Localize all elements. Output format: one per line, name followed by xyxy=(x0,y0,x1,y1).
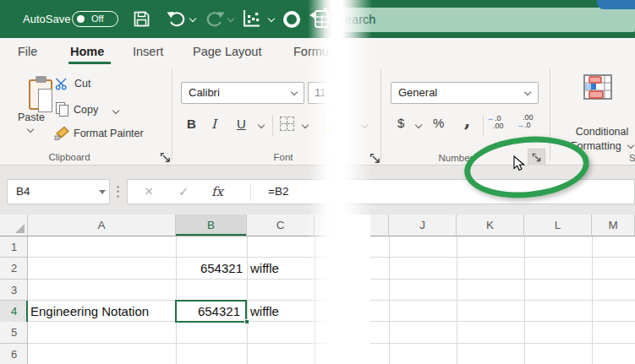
number-format-combo[interactable]: General xyxy=(391,82,539,104)
excel-app-icon[interactable] xyxy=(309,8,331,30)
select-all-triangle xyxy=(15,224,25,233)
row-header-2[interactable]: 2 xyxy=(0,258,28,279)
row-header-6[interactable]: 6 xyxy=(0,344,28,364)
paste-label: Paste xyxy=(12,111,51,123)
decrease-decimal-bottom: .0 xyxy=(524,121,531,129)
conditional-formatting-button[interactable]: Conditional xyxy=(561,126,635,138)
tab-page-layout[interactable]: Page Layout xyxy=(193,38,261,65)
cell-c2[interactable]: wiffle xyxy=(250,258,279,279)
number-format-value: General xyxy=(398,83,437,103)
italic-button[interactable]: I xyxy=(211,117,216,132)
autosave-label: AutoSave xyxy=(23,0,70,38)
borders-button[interactable] xyxy=(280,117,294,131)
currency-button[interactable]: $ xyxy=(397,116,404,130)
font-dialog-launcher[interactable] xyxy=(370,153,381,165)
font-size-combo[interactable]: 11 xyxy=(308,82,337,104)
undo-dropdown-chevron[interactable] xyxy=(189,15,196,22)
cell-b2[interactable]: 654321 xyxy=(178,258,243,279)
comma-style-button[interactable]: , xyxy=(464,110,470,131)
font-name-combo[interactable]: Calibri xyxy=(181,82,304,104)
active-tab-underline xyxy=(68,62,111,64)
copy-button[interactable]: Copy xyxy=(74,104,98,116)
percent-button[interactable]: % xyxy=(433,116,444,130)
column-header-d-partial[interactable] xyxy=(315,215,331,236)
ring-icon[interactable] xyxy=(282,9,302,30)
row-header-1[interactable]: 1 xyxy=(0,236,28,258)
save-icon[interactable] xyxy=(132,9,151,29)
fill-handle[interactable] xyxy=(244,319,249,324)
name-box[interactable]: B4 xyxy=(7,179,110,204)
cell-a4[interactable]: Engineering Notation xyxy=(30,301,149,322)
name-box-value: B4 xyxy=(16,180,30,204)
currency-dropdown-chevron[interactable] xyxy=(415,122,422,128)
column-header-k[interactable]: K xyxy=(457,215,524,236)
formula-bar-drag-dots[interactable] xyxy=(117,183,119,199)
row-header-5[interactable]: 5 xyxy=(0,322,28,343)
redo-dropdown-chevron xyxy=(227,15,234,22)
autosave-toggle-knob xyxy=(77,15,85,23)
column-header-a[interactable]: A xyxy=(28,215,176,236)
clipboard-dialog-launcher[interactable] xyxy=(160,152,172,164)
redo-button xyxy=(205,9,226,28)
select-all-corner[interactable] xyxy=(0,215,28,236)
excel-window: AutoSave Off xyxy=(0,0,635,364)
column-header-l[interactable]: L xyxy=(524,215,592,236)
search-bar[interactable]: earch xyxy=(335,8,635,32)
format-painter-button[interactable]: Format Painter xyxy=(74,128,144,139)
tab-insert[interactable]: Insert xyxy=(133,38,163,65)
mouse-cursor xyxy=(513,155,526,173)
cut-icon[interactable] xyxy=(55,78,69,90)
group-divider xyxy=(172,69,172,160)
font-group-divider2 xyxy=(323,115,324,137)
formula-text[interactable]: =B2 xyxy=(268,180,288,204)
gridline xyxy=(457,236,457,364)
scatter-chart-icon[interactable] xyxy=(240,8,263,30)
number-group-divider xyxy=(483,115,484,136)
grid-right-pane[interactable] xyxy=(370,236,635,364)
format-painter-icon[interactable] xyxy=(54,126,70,140)
row-header-3[interactable]: 3 xyxy=(0,280,28,301)
underline-button[interactable]: U xyxy=(237,117,246,131)
font-name-chevron xyxy=(291,89,298,95)
column-header-partial[interactable] xyxy=(370,215,389,236)
underline-dropdown-chevron[interactable] xyxy=(258,122,265,128)
column-header-b[interactable]: B xyxy=(176,215,247,236)
gridline xyxy=(592,236,593,364)
decrease-decimal-button[interactable]: .00 →.0 xyxy=(517,114,540,129)
column-header-j[interactable]: J xyxy=(389,215,457,236)
font-size-value: 11 xyxy=(315,83,326,103)
name-box-dropdown-arrow[interactable] xyxy=(99,190,106,194)
copy-dropdown-chevron[interactable] xyxy=(112,107,119,114)
scatter-dropdown-chevron[interactable] xyxy=(268,15,275,22)
undo-button[interactable] xyxy=(166,9,186,28)
cut-button[interactable]: Cut xyxy=(74,78,90,90)
autosave-toggle[interactable]: Off xyxy=(72,11,118,27)
font-group-label: Font xyxy=(258,152,309,162)
column-header-m[interactable]: M xyxy=(592,215,635,236)
cell-c4[interactable]: wiffle xyxy=(250,301,279,322)
font-name-value: Calibri xyxy=(189,83,220,103)
insert-function-button[interactable]: fx xyxy=(211,180,223,204)
font-color-chevron xyxy=(361,122,368,128)
conditional-formatting-chevron xyxy=(627,142,634,149)
clipboard-group: Paste Cut Copy Format Painter Clipb xyxy=(0,65,172,166)
search-placeholder: earch xyxy=(345,8,375,32)
corner-blue-element xyxy=(597,0,635,9)
bold-button[interactable]: B xyxy=(187,117,196,131)
ribbon-tab-row: File Home Insert Page Layout Formu xyxy=(0,38,635,65)
increase-decimal-button[interactable]: ←.0 .00 xyxy=(487,115,511,130)
column-header-c[interactable]: C xyxy=(247,215,315,236)
row-header-4[interactable]: 4 xyxy=(0,301,28,322)
gridline xyxy=(315,236,315,364)
font-group-divider xyxy=(272,115,273,137)
tab-file[interactable]: File xyxy=(18,38,37,65)
tab-formulas[interactable]: Formu xyxy=(293,38,329,65)
paste-icon-page xyxy=(38,89,52,112)
conditional-formatting-icon[interactable] xyxy=(583,74,612,101)
fill-color-icon[interactable] xyxy=(326,128,337,133)
styles-group-label: S xyxy=(629,153,635,163)
autosave-state-label: Off xyxy=(91,13,103,24)
decrease-decimal-arrow: → xyxy=(517,121,524,129)
borders-dropdown-chevron[interactable] xyxy=(302,122,309,128)
copy-icon[interactable] xyxy=(56,102,69,117)
